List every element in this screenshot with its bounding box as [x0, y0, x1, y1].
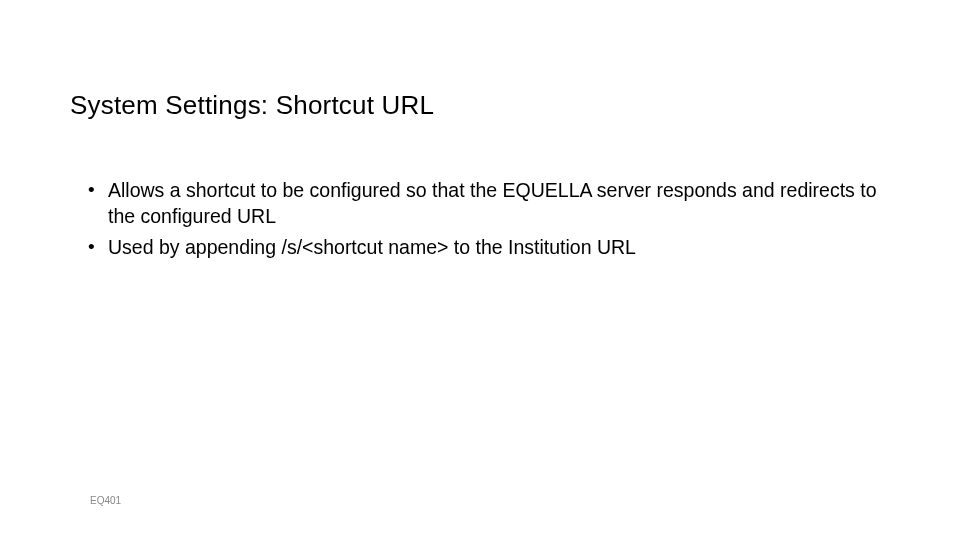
list-item: Used by appending /s/<shortcut name> to … — [88, 234, 890, 260]
bullet-list: Allows a shortcut to be configured so th… — [70, 177, 890, 260]
footer-label: EQ401 — [90, 495, 121, 506]
slide-container: System Settings: Shortcut URL Allows a s… — [0, 0, 960, 540]
slide-title: System Settings: Shortcut URL — [70, 90, 890, 121]
list-item: Allows a shortcut to be configured so th… — [88, 177, 890, 230]
